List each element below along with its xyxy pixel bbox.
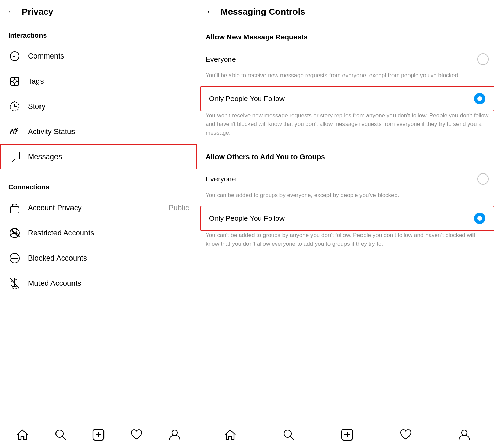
svg-line-33 [290, 436, 294, 440]
comments-label: Comments [28, 52, 189, 61]
messages-icon [8, 150, 21, 163]
only-follow-messages-radio[interactable] [474, 93, 485, 104]
account-privacy-label: Account Privacy [28, 203, 169, 212]
left-header: ← Privacy [0, 0, 197, 23]
svg-rect-19 [10, 207, 19, 213]
sidebar-item-restricted[interactable]: Restricted Accounts [0, 220, 197, 246]
right-title: Messaging Controls [221, 6, 305, 17]
everyone-messages-label: Everyone [206, 55, 477, 63]
right-profile-nav-button[interactable] [454, 425, 475, 445]
svg-point-31 [172, 430, 177, 435]
sidebar-item-tags[interactable]: Tags [0, 69, 197, 94]
muted-label: Muted Accounts [28, 279, 189, 288]
restricted-label: Restricted Accounts [28, 229, 189, 237]
blocked-icon [8, 252, 21, 265]
everyone-messages-radio[interactable] [477, 53, 489, 65]
connections-label: Connections [0, 175, 197, 195]
right-home-nav-button[interactable] [220, 425, 240, 445]
everyone-groups-option[interactable]: Everyone [197, 167, 497, 191]
account-privacy-value: Public [169, 203, 189, 212]
comment-icon [8, 50, 21, 63]
everyone-groups-label: Everyone [206, 175, 477, 183]
svg-point-26 [56, 430, 63, 437]
only-follow-groups-radio[interactable] [474, 213, 485, 224]
only-follow-groups-desc: You can't be added to groups by anyone y… [197, 231, 497, 254]
sidebar-item-story[interactable]: Story [0, 94, 197, 119]
sidebar-item-account-privacy[interactable]: Account Privacy Public [0, 195, 197, 220]
svg-point-2 [13, 80, 16, 83]
blocked-label: Blocked Accounts [28, 254, 189, 263]
home-nav-button[interactable] [12, 425, 33, 445]
search-nav-button[interactable] [50, 425, 71, 445]
lock-icon [8, 201, 21, 214]
svg-point-32 [284, 430, 291, 437]
svg-marker-18 [10, 152, 19, 162]
only-follow-groups-option[interactable]: Only People You Follow [200, 206, 494, 231]
interactions-label: Interactions [0, 23, 197, 44]
restricted-icon [8, 227, 21, 239]
only-follow-groups-label: Only People You Follow [209, 214, 474, 222]
everyone-groups-desc: You can be added to groups by everyone, … [197, 191, 497, 206]
tags-icon [8, 75, 21, 88]
sidebar-item-comments[interactable]: Comments [0, 44, 197, 69]
left-nav-list: Interactions Comments [0, 23, 197, 421]
right-back-button[interactable]: ← [206, 6, 215, 17]
right-search-nav-button[interactable] [278, 425, 299, 445]
left-bottom-nav [0, 421, 197, 448]
section-divider [0, 172, 197, 172]
add-nav-button[interactable] [88, 425, 109, 445]
everyone-messages-option[interactable]: Everyone [197, 47, 497, 71]
right-add-nav-button[interactable] [337, 425, 357, 445]
only-follow-messages-option[interactable]: Only People You Follow [200, 86, 494, 111]
svg-line-11 [12, 102, 13, 103]
left-panel: ← Privacy Interactions Comments [0, 0, 197, 448]
svg-point-0 [10, 52, 19, 61]
muted-icon [8, 277, 21, 290]
right-panel: ← Messaging Controls Allow New Message R… [197, 0, 497, 448]
right-heart-nav-button[interactable] [396, 425, 416, 445]
sidebar-item-blocked[interactable]: Blocked Accounts [0, 246, 197, 271]
activity-icon [8, 125, 21, 138]
svg-line-27 [62, 436, 66, 440]
messages-label: Messages [28, 152, 189, 161]
heart-nav-button[interactable] [126, 425, 147, 445]
sidebar-item-messages[interactable]: Messages [0, 144, 197, 169]
everyone-groups-radio[interactable] [477, 173, 489, 185]
svg-point-20 [12, 228, 17, 233]
everyone-messages-desc: You'll be able to receive new message re… [197, 71, 497, 86]
allow-groups-title: Allow Others to Add You to Groups [197, 143, 497, 167]
right-content: Allow New Message Requests Everyone You'… [197, 23, 497, 421]
left-back-button[interactable]: ← [7, 6, 16, 17]
svg-point-37 [462, 430, 467, 435]
allow-messages-title: Allow New Message Requests [197, 23, 497, 47]
sidebar-item-activity-status[interactable]: Activity Status [0, 119, 197, 144]
sidebar-item-muted[interactable]: Muted Accounts [0, 271, 197, 296]
right-header: ← Messaging Controls [197, 0, 497, 23]
story-icon [8, 100, 21, 113]
profile-nav-button[interactable] [164, 425, 185, 445]
right-bottom-nav [197, 421, 497, 448]
svg-point-10 [14, 106, 15, 107]
story-label: Story [28, 102, 189, 111]
activity-status-label: Activity Status [28, 127, 189, 136]
only-follow-messages-label: Only People You Follow [209, 95, 474, 103]
left-title: Privacy [22, 6, 53, 17]
only-follow-messages-desc: You won't receive new message requests o… [197, 111, 497, 144]
tags-label: Tags [28, 77, 189, 86]
